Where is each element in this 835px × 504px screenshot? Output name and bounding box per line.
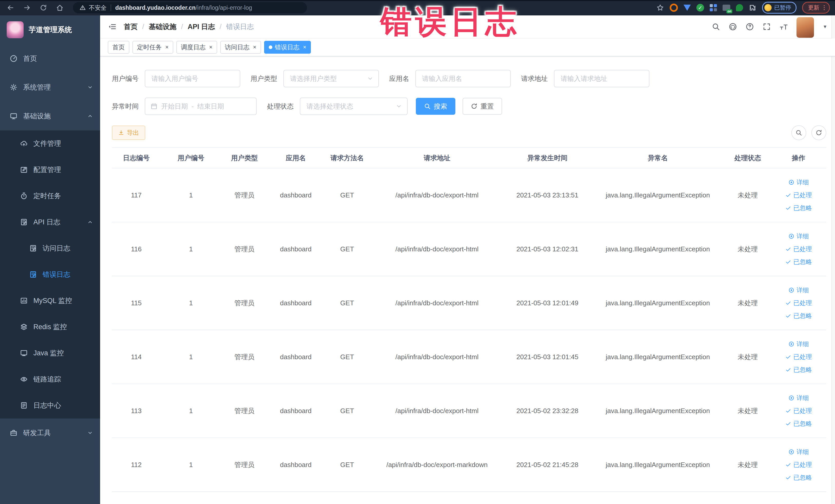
check-icon xyxy=(785,367,791,373)
docedit-icon xyxy=(29,270,37,278)
fullscreen-icon[interactable] xyxy=(762,23,771,31)
sidebar-item-label: Java 监控 xyxy=(33,348,64,358)
view-icon xyxy=(788,287,794,293)
sidebar-item-11[interactable]: Java 监控 xyxy=(0,340,100,366)
app-logo[interactable]: 芋道管理系统 xyxy=(0,15,100,44)
table-cell: 2021-05-03 23:13:51 xyxy=(504,168,591,222)
detail-link[interactable]: 详细 xyxy=(773,284,824,297)
ignored-link[interactable]: 已忽略 xyxy=(773,363,824,376)
sidebar-item-5[interactable]: 定时任务 xyxy=(0,183,100,209)
sidebar-item-13[interactable]: 日志中心 xyxy=(0,392,100,419)
page-scrollbar[interactable] xyxy=(831,15,835,504)
tab-1[interactable]: 定时任务× xyxy=(133,41,173,54)
forward-icon[interactable] xyxy=(22,2,32,13)
extension-paused-chip[interactable]: 已暂停 xyxy=(762,2,796,14)
extension-shield-icon[interactable] xyxy=(684,5,691,11)
extension-check-icon[interactable]: ✓ xyxy=(696,4,704,12)
export-button[interactable]: 导出 xyxy=(112,125,145,140)
action-label: 已处理 xyxy=(793,245,812,253)
github-icon[interactable] xyxy=(729,23,737,31)
help-icon[interactable] xyxy=(746,23,754,31)
sidebar-item-2[interactable]: 基础设施 xyxy=(0,102,100,130)
sidebar-item-10[interactable]: Redis 监控 xyxy=(0,314,100,340)
ignored-link[interactable]: 已忽略 xyxy=(773,417,824,430)
bookmark-star-icon[interactable] xyxy=(656,4,664,12)
ignored-link[interactable]: 已忽略 xyxy=(773,256,824,268)
request-url-input[interactable] xyxy=(554,70,649,87)
processed-link[interactable]: 已处理 xyxy=(773,243,824,256)
extensions-puzzle-icon[interactable] xyxy=(749,4,756,12)
sidebar-item-1[interactable]: 系统管理 xyxy=(0,73,100,102)
breadcrumb-item-1[interactable]: 基础设施 xyxy=(149,22,177,31)
extension-grid-icon[interactable] xyxy=(710,4,717,11)
sidebar-item-6[interactable]: API 日志 xyxy=(0,209,100,235)
extension-on-icon[interactable] xyxy=(722,5,730,11)
right-toolbar xyxy=(791,125,826,140)
ignored-link[interactable]: 已忽略 xyxy=(773,471,824,484)
search-icon xyxy=(795,129,802,136)
chrome-update-button[interactable]: 更新 xyxy=(802,2,830,14)
detail-link[interactable]: 详细 xyxy=(773,391,824,404)
app-name-label: 应用名 xyxy=(389,74,409,83)
processed-link[interactable]: 已处理 xyxy=(773,189,824,202)
breadcrumb-item-0[interactable]: 首页 xyxy=(124,22,138,31)
search-button[interactable]: 搜索 xyxy=(416,98,455,115)
tab-close-icon[interactable]: × xyxy=(209,44,212,50)
avatar[interactable] xyxy=(796,17,814,38)
processed-link[interactable]: 已处理 xyxy=(773,404,824,417)
refresh-table-button[interactable] xyxy=(811,125,826,140)
reload-icon[interactable] xyxy=(38,2,49,13)
user-id-input[interactable] xyxy=(145,70,240,87)
action-label: 已处理 xyxy=(793,191,812,199)
processed-link[interactable]: 已处理 xyxy=(773,350,824,363)
tab-2[interactable]: 调度日志× xyxy=(176,41,217,54)
detail-link[interactable]: 详细 xyxy=(773,445,824,458)
tab-close-icon[interactable]: × xyxy=(165,44,169,50)
home-icon[interactable] xyxy=(55,2,65,13)
sidebar-item-4[interactable]: 配置管理 xyxy=(0,157,100,183)
sidebar-item-9[interactable]: MySQL 监控 xyxy=(0,287,100,314)
ignored-link[interactable]: 已忽略 xyxy=(773,202,824,215)
tab-0[interactable]: 首页 xyxy=(108,41,129,54)
search-icon[interactable] xyxy=(712,23,720,31)
address-bar[interactable]: 不安全 dashboard.yudao.iocoder.cn/infra/log… xyxy=(73,2,307,13)
sidebar-item-12[interactable]: 链路追踪 xyxy=(0,366,100,392)
tab-4[interactable]: 错误日志× xyxy=(264,41,311,54)
detail-link[interactable]: 详细 xyxy=(773,176,824,189)
sidebar-toggle-icon[interactable] xyxy=(108,22,117,31)
processed-link[interactable]: 已处理 xyxy=(773,297,824,309)
detail-link[interactable]: 详细 xyxy=(773,230,824,243)
tab-close-icon[interactable]: × xyxy=(303,44,306,50)
sidebar-item-14[interactable]: 研发工具 xyxy=(0,419,100,447)
sidebar-item-label: 配置管理 xyxy=(33,165,61,174)
extension-leaf-icon[interactable] xyxy=(736,4,743,11)
sidebar-item-8[interactable]: 错误日志 xyxy=(0,261,100,287)
back-icon[interactable] xyxy=(5,2,16,13)
processed-link[interactable]: 已处理 xyxy=(773,458,824,471)
tab-3[interactable]: 访问日志× xyxy=(220,41,261,54)
date-range-picker[interactable]: 开始日期 - 结束日期 xyxy=(145,98,257,115)
avatar-caret-icon[interactable]: ▼ xyxy=(823,24,827,29)
reset-button[interactable]: 重置 xyxy=(463,98,502,115)
sidebar-item-3[interactable]: 文件管理 xyxy=(0,130,100,157)
column-header: 处理状态 xyxy=(725,148,771,168)
ignored-link[interactable]: 已忽略 xyxy=(773,309,824,322)
breadcrumb-item-2[interactable]: API 日志 xyxy=(188,22,215,31)
detail-link[interactable]: 详细 xyxy=(773,338,824,350)
sidebar-item-0[interactable]: 首页 xyxy=(0,44,100,73)
app-name-input[interactable] xyxy=(415,70,511,87)
table-cell: 管理员 xyxy=(221,222,267,276)
extension-orange-icon[interactable] xyxy=(670,4,678,12)
font-size-icon[interactable] xyxy=(779,23,788,31)
toggle-search-button[interactable] xyxy=(791,125,806,140)
sidebar-item-7[interactable]: 访问日志 xyxy=(0,235,100,261)
sidebar-item-label: 文件管理 xyxy=(33,139,61,148)
process-status-select[interactable]: 请选择处理状态 xyxy=(300,98,408,115)
browser-menu-kebab-icon[interactable] xyxy=(821,4,828,11)
security-label[interactable]: 不安全 xyxy=(89,4,106,12)
user-type-select[interactable]: 请选择用户类型 xyxy=(283,70,379,87)
page-content: 用户编号 用户类型 请选择用户类型 应用名 xyxy=(100,57,835,504)
layers-icon xyxy=(20,323,28,331)
url-text[interactable]: dashboard.yudao.iocoder.cn/infra/log/api… xyxy=(115,4,252,11)
tab-close-icon[interactable]: × xyxy=(253,44,257,50)
